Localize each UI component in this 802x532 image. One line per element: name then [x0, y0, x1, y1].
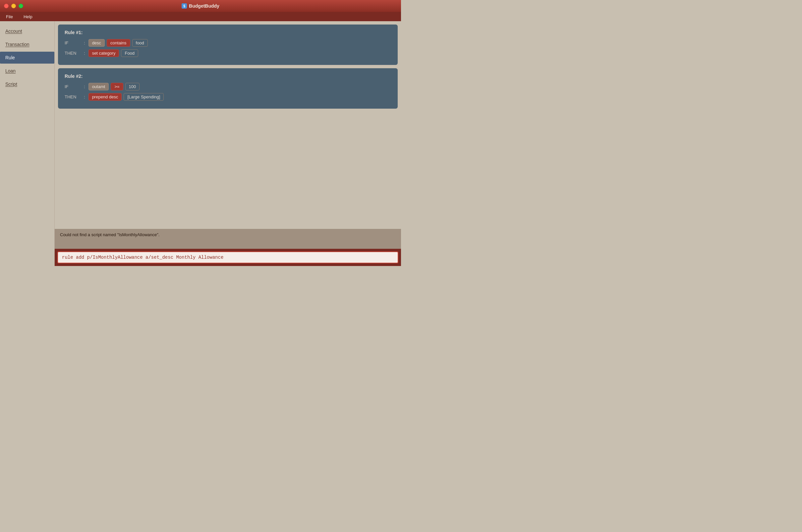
rule-1-if-token-1: contains	[107, 39, 130, 47]
rule-card-1: Rule #1: IF : desc contains food THEN : …	[58, 24, 398, 65]
command-input[interactable]	[57, 251, 398, 263]
menu-bar: File Help	[0, 12, 401, 21]
sidebar-item-account[interactable]: Account	[0, 25, 54, 37]
rule-2-if-colon: :	[84, 84, 85, 89]
rule-2-then-colon: :	[84, 94, 85, 99]
rule-1-if-tokens: desc contains food	[89, 39, 148, 47]
rule-1-then-token-1: Food	[121, 49, 138, 57]
main-layout: Account Transaction Rule Loan Script Rul…	[0, 21, 401, 266]
sidebar-item-loan[interactable]: Loan	[0, 65, 54, 77]
rule-2-if-row: IF : outamt >= 100	[64, 83, 391, 91]
app-icon: $	[182, 3, 187, 8]
rule-2-if-token-0: outamt	[89, 83, 109, 91]
close-button[interactable]	[4, 4, 8, 8]
menu-help[interactable]: Help	[21, 14, 35, 20]
rule-1-title: Rule #1:	[64, 30, 391, 35]
rule-2-if-tokens: outamt >= 100	[89, 83, 140, 91]
minimize-button[interactable]	[11, 4, 16, 8]
rule-2-if-token-2: 100	[125, 83, 140, 91]
rule-1-if-token-2: food	[132, 39, 148, 47]
status-message: Could not find a script named "IsMonthly…	[60, 232, 160, 237]
rule-2-then-row: THEN : prepend desc [Large Spending]	[64, 93, 391, 101]
rule-1-then-tokens: set category Food	[89, 49, 138, 57]
rule-1-then-colon: :	[84, 51, 85, 56]
sidebar-item-script[interactable]: Script	[0, 78, 54, 90]
rule-1-if-colon: :	[84, 40, 85, 45]
rule-2-then-token-0: prepend desc	[89, 93, 122, 101]
rule-card-2: Rule #2: IF : outamt >= 100 THEN : prepe…	[58, 68, 398, 109]
rules-container: Rule #1: IF : desc contains food THEN : …	[55, 21, 401, 229]
window-title: $ BudgetBuddy	[182, 3, 219, 8]
rule-1-then-keyword: THEN	[64, 51, 80, 56]
rule-1-then-token-0: set category	[89, 49, 119, 57]
traffic-lights	[4, 4, 23, 8]
rule-2-then-tokens: prepend desc [Large Spending]	[89, 93, 164, 101]
content-area: Rule #1: IF : desc contains food THEN : …	[55, 21, 401, 266]
menu-file[interactable]: File	[4, 14, 15, 20]
rule-1-if-token-0: desc	[89, 39, 105, 47]
rule-2-title: Rule #2:	[64, 74, 391, 79]
rule-2-if-keyword: IF	[64, 84, 80, 89]
rule-1-then-row: THEN : set category Food	[64, 49, 391, 57]
rule-2-if-token-1: >=	[111, 83, 123, 91]
title-bar: $ BudgetBuddy	[0, 0, 401, 12]
sidebar-item-rule[interactable]: Rule	[0, 52, 54, 63]
command-input-area	[55, 249, 401, 266]
rule-2-then-token-1: [Large Spending]	[124, 93, 164, 101]
rule-1-if-keyword: IF	[64, 40, 80, 45]
sidebar: Account Transaction Rule Loan Script	[0, 21, 55, 266]
rule-2-then-keyword: THEN	[64, 94, 80, 99]
status-bar: Could not find a script named "IsMonthly…	[55, 229, 401, 249]
rule-1-if-row: IF : desc contains food	[64, 39, 391, 47]
sidebar-item-transaction[interactable]: Transaction	[0, 38, 54, 50]
maximize-button[interactable]	[19, 4, 23, 8]
